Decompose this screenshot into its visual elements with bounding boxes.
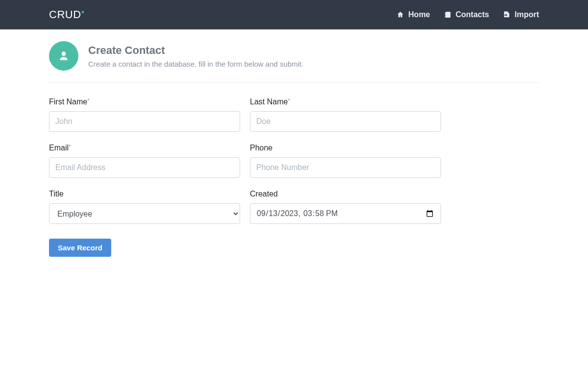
last-name-label: Last Name*: [250, 98, 290, 106]
nav-contacts[interactable]: Contacts: [444, 10, 489, 19]
title-group: Title Employee: [49, 190, 240, 224]
nav-contacts-label: Contacts: [456, 10, 489, 19]
avatar: [49, 41, 78, 71]
page-container: Create Contact Create a contact in the d…: [49, 29, 539, 257]
page-subtitle: Create a contact in the database, fill i…: [88, 60, 303, 68]
first-name-input[interactable]: [49, 111, 240, 132]
save-record-button[interactable]: Save Record: [49, 239, 111, 257]
file-import-icon: [503, 11, 511, 19]
create-contact-form: First Name* Last Name* Email* Phone Titl…: [49, 83, 539, 257]
title-select[interactable]: Employee: [49, 203, 240, 224]
home-icon: [396, 11, 404, 19]
nav-home-label: Home: [408, 10, 430, 19]
email-input[interactable]: [49, 157, 240, 178]
user-icon: [57, 49, 70, 62]
title-label: Title: [49, 190, 64, 198]
nav-links: Home Contacts Import: [396, 10, 539, 19]
first-name-label: First Name*: [49, 98, 90, 106]
created-input[interactable]: [250, 203, 441, 224]
page-title: Create Contact: [88, 44, 303, 57]
phone-group: Phone: [250, 144, 441, 178]
page-header: Create Contact Create a contact in the d…: [49, 41, 539, 83]
email-label: Email*: [49, 144, 71, 152]
last-name-group: Last Name*: [250, 98, 441, 132]
brand[interactable]: CRUD●: [49, 8, 85, 21]
first-name-group: First Name*: [49, 98, 240, 132]
created-group: Created: [250, 190, 441, 224]
nav-import-label: Import: [514, 10, 539, 19]
nav-import[interactable]: Import: [503, 10, 539, 19]
nav-home[interactable]: Home: [396, 10, 430, 19]
phone-label: Phone: [250, 144, 272, 152]
email-group: Email*: [49, 144, 240, 178]
created-label: Created: [250, 190, 278, 198]
address-book-icon: [444, 11, 452, 19]
phone-input[interactable]: [250, 157, 441, 178]
brand-text: CRUD: [49, 8, 81, 21]
navbar: CRUD● Home Contacts Import: [0, 0, 588, 29]
last-name-input[interactable]: [250, 111, 441, 132]
